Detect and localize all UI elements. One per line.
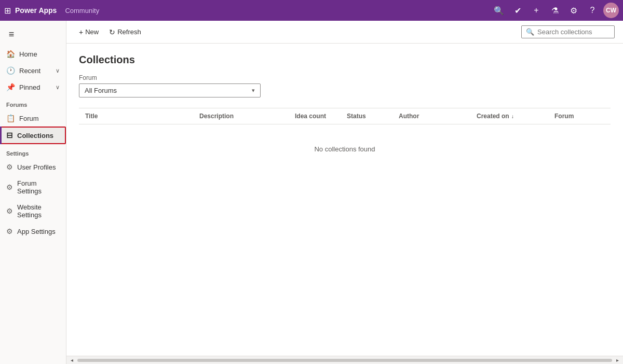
- col-created-on-label: Created on: [477, 113, 509, 120]
- checkmark-topbar-button[interactable]: ✔: [510, 3, 525, 18]
- sidebar-item-pinned[interactable]: 📌 Pinned ∨: [0, 79, 66, 95]
- topbar-icons: 🔍 ✔ + ⚗ ⚙ ? CW: [491, 3, 619, 18]
- forum-dropdown-chevron-icon: ▾: [252, 87, 255, 94]
- sidebar-item-recent-label: Recent: [19, 67, 40, 75]
- refresh-button[interactable]: ↻ Refresh: [105, 25, 145, 39]
- sidebar-item-pinned-label: Pinned: [19, 83, 40, 91]
- avatar[interactable]: CW: [603, 3, 619, 18]
- website-settings-icon: ⚙: [6, 207, 13, 215]
- app-settings-icon: ⚙: [6, 227, 13, 235]
- sidebar-item-home[interactable]: 🏠 Home: [0, 46, 66, 62]
- main-layout: ≡ 🏠 Home 🕐 Recent ∨ 📌 Pinned ∨ Forums 📋 …: [0, 21, 623, 364]
- collections-table: Title Description Idea count Status Auth…: [79, 108, 611, 174]
- sidebar-item-home-label: Home: [19, 50, 37, 58]
- sidebar-item-user-profiles[interactable]: ⚙ User Profiles: [0, 159, 66, 175]
- forums-section-label: Forums: [0, 95, 66, 110]
- refresh-button-label: Refresh: [117, 28, 141, 36]
- sidebar-item-forum-settings-label: Forum Settings: [17, 179, 60, 195]
- search-input[interactable]: [537, 28, 610, 36]
- topbar: ⊞ Power Apps Community 🔍 ✔ + ⚗ ⚙ ? CW: [0, 0, 623, 21]
- table-header: Title Description Idea count Status Auth…: [79, 108, 611, 124]
- pinned-chevron-icon: ∨: [56, 84, 60, 91]
- search-icon: 🔍: [526, 28, 534, 36]
- col-header-idea-count[interactable]: Idea count: [289, 113, 341, 120]
- page-body: Collections Forum All Forums ▾ Title Des…: [66, 44, 623, 356]
- home-icon: 🏠: [6, 50, 15, 58]
- sidebar-item-user-profiles-label: User Profiles: [17, 163, 56, 171]
- recent-chevron-icon: ∨: [56, 67, 60, 74]
- search-topbar-button[interactable]: 🔍: [491, 3, 507, 18]
- refresh-icon: ↻: [109, 28, 115, 36]
- forum-dropdown-value: All Forums: [85, 87, 117, 94]
- sidebar-item-forum[interactable]: 📋 Forum: [0, 110, 66, 127]
- scroll-left-arrow[interactable]: ◂: [69, 357, 75, 363]
- forum-settings-icon: ⚙: [6, 183, 13, 191]
- app-logo: Power Apps: [15, 6, 57, 15]
- col-header-author[interactable]: Author: [392, 113, 470, 120]
- settings-section-label: Settings: [0, 144, 66, 159]
- recent-icon: 🕐: [6, 66, 15, 75]
- new-button-label: New: [85, 28, 99, 36]
- new-button[interactable]: + New: [75, 25, 103, 39]
- collections-icon: ⊟: [6, 131, 13, 140]
- forum-filter-label: Forum: [79, 74, 611, 81]
- sidebar-item-app-settings-label: App Settings: [17, 228, 56, 235]
- sidebar-item-forum-settings[interactable]: ⚙ Forum Settings: [0, 175, 66, 199]
- col-header-forum[interactable]: Forum: [548, 113, 611, 120]
- col-header-title[interactable]: Title: [79, 113, 193, 120]
- sidebar-item-recent[interactable]: 🕐 Recent ∨: [0, 62, 66, 79]
- forum-icon: 📋: [6, 114, 15, 122]
- grid-icon[interactable]: ⊞: [4, 6, 11, 16]
- scroll-right-arrow[interactable]: ▸: [614, 357, 621, 363]
- sidebar-item-app-settings[interactable]: ⚙ App Settings: [0, 223, 66, 240]
- new-plus-icon: +: [79, 28, 83, 36]
- sidebar-hamburger-button[interactable]: ≡: [2, 25, 21, 44]
- plus-topbar-button[interactable]: +: [529, 3, 544, 18]
- page-title: Collections: [79, 54, 611, 66]
- sidebar: ≡ 🏠 Home 🕐 Recent ∨ 📌 Pinned ∨ Forums 📋 …: [0, 21, 66, 364]
- filter-topbar-button[interactable]: ⚗: [547, 3, 563, 18]
- sidebar-item-website-settings[interactable]: ⚙ Website Settings: [0, 199, 66, 223]
- help-topbar-button[interactable]: ?: [585, 3, 600, 18]
- sidebar-item-forum-label: Forum: [19, 115, 39, 122]
- toolbar: + New ↻ Refresh 🔍: [66, 21, 623, 44]
- pinned-icon: 📌: [6, 83, 15, 91]
- sidebar-item-website-settings-label: Website Settings: [17, 203, 60, 219]
- user-profiles-icon: ⚙: [6, 163, 13, 171]
- empty-message: No collections found: [79, 124, 611, 174]
- app-section: Community: [65, 7, 99, 15]
- bottom-scrollbar: ◂ ▸: [66, 356, 623, 364]
- col-header-status[interactable]: Status: [341, 113, 392, 120]
- forum-dropdown[interactable]: All Forums ▾: [79, 83, 261, 97]
- sidebar-item-collections[interactable]: ⊟ Collections: [0, 127, 66, 144]
- col-header-created-on[interactable]: Created on ↓: [470, 113, 548, 120]
- sidebar-item-collections-label: Collections: [17, 132, 53, 139]
- settings-topbar-button[interactable]: ⚙: [566, 3, 581, 18]
- col-header-description[interactable]: Description: [193, 113, 289, 120]
- content-area: + New ↻ Refresh 🔍 Collections Forum All …: [66, 21, 623, 364]
- search-box[interactable]: 🔍: [521, 25, 615, 38]
- sort-arrow-icon: ↓: [511, 114, 514, 119]
- scroll-track[interactable]: [77, 359, 612, 362]
